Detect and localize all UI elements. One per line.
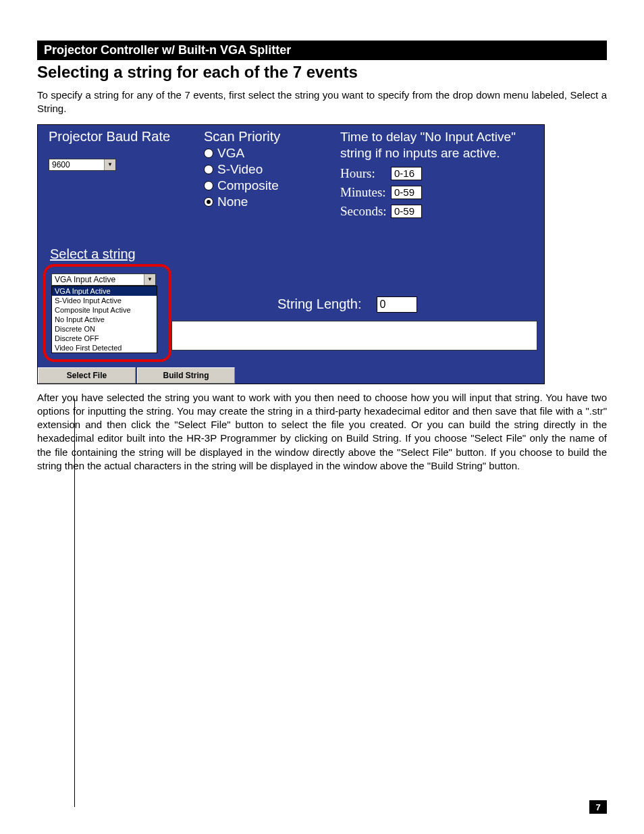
scan-option-composite[interactable]: Composite: [204, 178, 280, 193]
scan-priority-block: Scan Priority VGA S-Video Composite None: [204, 129, 280, 209]
delay-seconds-row: Seconds: 0-59: [340, 204, 537, 219]
delay-hours-label: Hours:: [340, 166, 391, 181]
dropdown-option[interactable]: Discrete OFF: [52, 334, 157, 343]
product-title-bar: Projector Controller w/ Built-n VGA Spli…: [37, 41, 607, 60]
delay-minutes-row: Minutes: 0-59: [340, 185, 537, 200]
select-string-label-block: Select a string: [50, 246, 136, 262]
string-length-label: String Length:: [277, 296, 362, 312]
scan-option-label: VGA: [217, 146, 244, 161]
chevron-down-icon: ▼: [144, 274, 155, 285]
select-file-button[interactable]: Select File: [38, 367, 136, 384]
baud-rate-dropdown[interactable]: 9600 ▼: [49, 159, 116, 171]
select-string-label: Select a string: [50, 246, 136, 261]
delay-description-line2: string if no inputs are active.: [340, 145, 537, 162]
string-display-textarea[interactable]: [171, 321, 537, 350]
page-divider-line: [74, 398, 75, 807]
dropdown-option[interactable]: Discrete ON: [52, 324, 157, 334]
select-string-value: VGA Input Active: [52, 274, 118, 285]
section-heading: Selecting a string for each of the 7 eve…: [37, 63, 607, 82]
select-string-dropdown[interactable]: VGA Input Active ▼: [51, 273, 156, 286]
delay-description-line1: Time to delay "No Input Active": [340, 129, 537, 146]
scan-option-label: None: [217, 194, 248, 209]
body-paragraph: After you have selected the string you w…: [37, 391, 607, 473]
dropdown-option[interactable]: Video First Detected: [52, 343, 157, 353]
radio-icon: [204, 149, 213, 158]
radio-icon: [204, 197, 213, 207]
baud-rate-block: Projector Baud Rate 9600 ▼: [49, 129, 170, 171]
scan-option-label: Composite: [217, 178, 279, 193]
button-row: Select File Build String: [38, 367, 236, 384]
baud-rate-value: 9600: [49, 159, 73, 170]
select-string-dropdown-list[interactable]: VGA Input Active S-Video Input Active Co…: [51, 286, 157, 353]
delay-hours-row: Hours: 0-16: [340, 166, 537, 181]
scan-option-label: S-Video: [217, 162, 263, 177]
dropdown-option[interactable]: VGA Input Active: [52, 286, 157, 296]
scan-option-none[interactable]: None: [204, 194, 280, 209]
config-screenshot: Projector Baud Rate 9600 ▼ Scan Priority…: [37, 124, 545, 384]
product-title: Projector Controller w/ Built-n VGA Spli…: [44, 43, 291, 57]
build-string-button[interactable]: Build String: [137, 367, 235, 384]
dropdown-option[interactable]: S-Video Input Active: [52, 296, 157, 305]
delay-seconds-field[interactable]: 0-59: [391, 205, 422, 218]
scan-priority-label: Scan Priority: [204, 129, 280, 145]
chevron-down-icon: ▼: [104, 159, 115, 170]
delay-seconds-label: Seconds:: [340, 204, 391, 219]
delay-minutes-label: Minutes:: [340, 185, 391, 200]
baud-rate-label: Projector Baud Rate: [49, 129, 170, 145]
radio-icon: [204, 165, 213, 174]
intro-paragraph: To specify a string for any of the 7 eve…: [37, 88, 607, 116]
scan-option-vga[interactable]: VGA: [204, 146, 280, 161]
string-length-field[interactable]: 0: [377, 296, 417, 313]
page-number: 7: [589, 800, 607, 814]
delay-minutes-field[interactable]: 0-59: [391, 186, 422, 199]
scan-option-svideo[interactable]: S-Video: [204, 162, 280, 177]
dropdown-option[interactable]: No Input Active: [52, 315, 157, 324]
dropdown-option[interactable]: Composite Input Active: [52, 305, 157, 315]
delay-block: Time to delay "No Input Active" string i…: [340, 129, 537, 219]
string-length-block: String Length: 0: [277, 296, 417, 313]
delay-hours-field[interactable]: 0-16: [391, 167, 422, 180]
radio-icon: [204, 181, 213, 190]
